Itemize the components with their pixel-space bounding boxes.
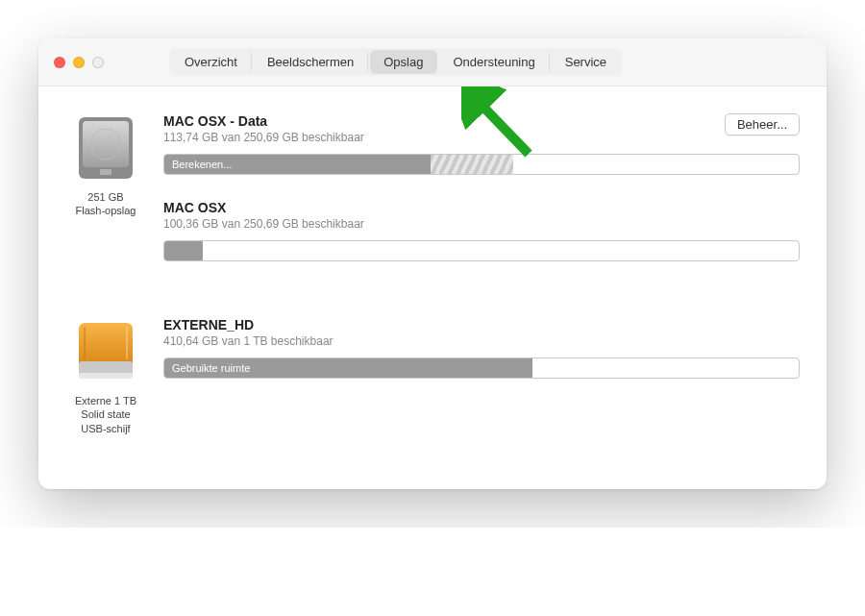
volume-header: EXTERNE_HD410,64 GB van 1 TB beschikbaar bbox=[163, 317, 800, 357]
drive-info-column: MAC OSX - Data113,74 GB van 250,69 GB be… bbox=[163, 113, 800, 286]
drive-info-column: EXTERNE_HD410,64 GB van 1 TB beschikbaar… bbox=[163, 317, 800, 435]
drive-caption: 251 GBFlash-opslag bbox=[76, 190, 136, 218]
internal-ssd-icon bbox=[71, 113, 140, 183]
tab-ondersteuning[interactable]: Ondersteuning bbox=[439, 50, 549, 74]
volume: MAC OSX - Data113,74 GB van 250,69 GB be… bbox=[163, 113, 800, 175]
bar-segment-label: Berekenen... bbox=[172, 159, 232, 170]
drive-icon-column: 251 GBFlash-opslag bbox=[65, 113, 146, 286]
minimize-button[interactable] bbox=[73, 57, 85, 68]
about-this-mac-window: OverzichtBeeldschermenOpslagOndersteunin… bbox=[38, 38, 827, 489]
storage-bar bbox=[163, 240, 800, 261]
drive-caption: Externe 1 TBSolid stateUSB-schijf bbox=[75, 394, 136, 435]
drive-group: Externe 1 TBSolid stateUSB-schijfEXTERNE… bbox=[38, 317, 827, 466]
storage-bar: Berekenen... bbox=[163, 154, 800, 175]
drive-group: 251 GBFlash-opslagMAC OSX - Data113,74 G… bbox=[38, 113, 827, 317]
tab-service[interactable]: Service bbox=[552, 50, 620, 74]
volume: EXTERNE_HD410,64 GB van 1 TB beschikbaar… bbox=[163, 317, 800, 379]
svg-rect-1 bbox=[83, 121, 129, 167]
tab-overzicht[interactable]: Overzicht bbox=[171, 50, 252, 74]
bar-segment-gray bbox=[164, 241, 203, 260]
volume-header: MAC OSX100,36 GB van 250,69 GB beschikba… bbox=[163, 200, 800, 240]
volume-header: MAC OSX - Data113,74 GB van 250,69 GB be… bbox=[163, 113, 800, 154]
volume-name: MAC OSX - Data bbox=[163, 113, 364, 129]
tab-beeldschermen[interactable]: Beeldschermen bbox=[254, 50, 368, 74]
volume: MAC OSX100,36 GB van 250,69 GB beschikba… bbox=[163, 200, 800, 261]
volume-subtitle: 410,64 GB van 1 TB beschikbaar bbox=[163, 334, 334, 348]
tab-bar: OverzichtBeeldschermenOpslagOndersteunin… bbox=[169, 48, 622, 76]
volume-name: EXTERNE_HD bbox=[163, 317, 334, 333]
zoom-button[interactable] bbox=[92, 57, 104, 68]
volume-name: MAC OSX bbox=[163, 200, 364, 215]
close-button[interactable] bbox=[54, 57, 65, 68]
storage-bar: Gebruikte ruimte bbox=[163, 357, 800, 379]
tab-opslag[interactable]: Opslag bbox=[370, 50, 437, 74]
volume-subtitle: 100,36 GB van 250,69 GB beschikbaar bbox=[163, 217, 364, 231]
external-ssd-icon bbox=[71, 317, 140, 386]
storage-content: 251 GBFlash-opslagMAC OSX - Data113,74 G… bbox=[38, 86, 827, 489]
titlebar: OverzichtBeeldschermenOpslagOndersteunin… bbox=[38, 38, 827, 86]
window-controls bbox=[54, 57, 104, 68]
svg-rect-3 bbox=[100, 169, 111, 175]
bar-segment-label: Gebruikte ruimte bbox=[172, 362, 250, 374]
svg-rect-6 bbox=[79, 373, 133, 379]
drive-icon-column: Externe 1 TBSolid stateUSB-schijf bbox=[65, 317, 146, 435]
svg-rect-5 bbox=[79, 361, 133, 375]
manage-button[interactable]: Beheer... bbox=[725, 113, 800, 136]
bar-segment-hatch bbox=[431, 155, 513, 174]
volume-subtitle: 113,74 GB van 250,69 GB beschikbaar bbox=[163, 131, 364, 144]
